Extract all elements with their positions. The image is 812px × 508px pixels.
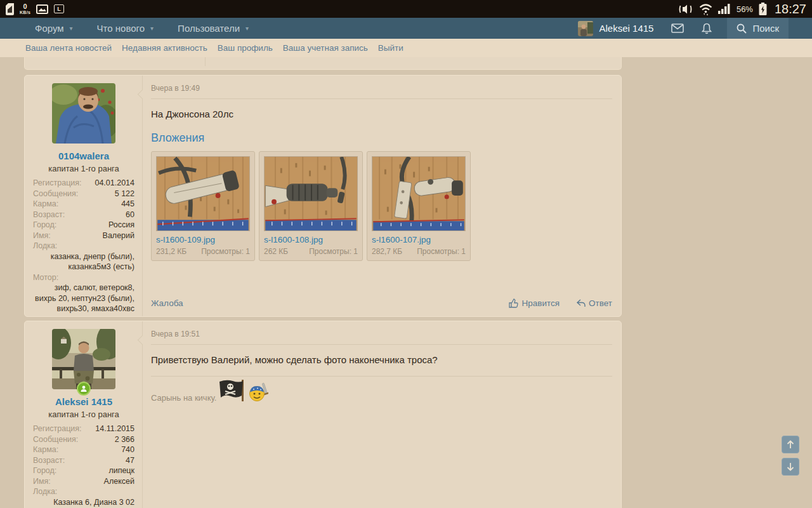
search-label: Поиск: [752, 23, 779, 34]
vibrate-mute-icon: [678, 4, 693, 15]
user-rank: капитан 1-го ранга: [33, 410, 134, 419]
reply-arrow-icon: [576, 299, 586, 307]
status-right-group: 56% 18:27: [678, 2, 806, 17]
alerts-bell-icon[interactable]: [702, 23, 712, 34]
attachment-thumbnail[interactable]: [264, 156, 358, 231]
pirate-flag-emoji: [218, 378, 247, 403]
user-field-row: Имя: Алексей: [33, 476, 134, 487]
user-field-value: казанка, днепр (были), казанка5м3 (есть): [33, 251, 134, 272]
inbox-icon[interactable]: [671, 23, 684, 33]
sdcard-icon: [6, 3, 14, 15]
post-card: 0104walera капитан 1-го ранга Регистраци…: [24, 75, 622, 317]
user-field-row: Карма: 740: [33, 444, 134, 455]
forum-screen: 0 KB/s L: [0, 0, 812, 508]
user-avatar[interactable]: [52, 83, 115, 144]
online-status-badge: [77, 382, 91, 396]
reply-button[interactable]: Ответ: [576, 298, 612, 308]
chevron-down-icon: ▾: [246, 25, 249, 32]
network-speed-value: 0: [23, 3, 27, 10]
user-field-row: Город: Россия: [33, 220, 134, 231]
nav-item-members[interactable]: Пользователи ▾: [178, 23, 249, 34]
post-timestamp[interactable]: Вчера в 19:49: [151, 76, 612, 99]
post-message: Приветствую Валерий, можно сделать фото …: [151, 354, 612, 365]
previous-post-clipped: [24, 57, 622, 70]
scroll-bottom-button[interactable]: [782, 458, 799, 476]
link-logout[interactable]: Выйти: [378, 43, 403, 53]
attachment-card[interactable]: s-l1600-107.jpg 282,7 КБ Просмотры: 1: [367, 151, 471, 261]
attachment-size: 282,7 КБ: [372, 247, 402, 256]
gallery-icon: [36, 4, 48, 14]
avatar-thumbnail: [578, 21, 593, 36]
attachment-card[interactable]: s-l1600-108.jpg 262 КБ Просмотры: 1: [259, 151, 363, 261]
post-content: Вчера в 19:49 На Джонсона 20лс Вложения: [142, 76, 621, 316]
link-recent-activity[interactable]: Недавняя активность: [122, 43, 207, 53]
attachments-heading: Вложения: [151, 131, 612, 145]
post-card: Aleksei 1415 капитан 1-го ранга Регистра…: [24, 321, 622, 508]
user-field-row: Возраст: 60: [33, 210, 134, 220]
link-your-profile[interactable]: Ваш профиль: [218, 43, 273, 53]
pirate-smiley-emoji: [248, 382, 268, 403]
search-icon: [737, 23, 747, 34]
status-left-group: 0 KB/s L: [6, 3, 64, 15]
network-type-icon: L: [54, 4, 64, 13]
attachment-views: Просмотры: 1: [309, 247, 358, 256]
attachment-filename[interactable]: s-l1600-107.jpg: [372, 235, 466, 244]
avatar-photo: [52, 83, 115, 144]
nav-item-whats-new[interactable]: Что нового ▾: [97, 23, 154, 34]
signature-text: Сарынь на кичку.: [151, 393, 216, 403]
user-field-row: Мотор:: [33, 272, 134, 283]
attachment-photo: [265, 157, 357, 231]
report-link[interactable]: Жалоба: [151, 298, 183, 308]
user-field-row: Город: липецк: [33, 465, 134, 476]
battery-percent: 56%: [737, 4, 753, 14]
link-your-account[interactable]: Ваша учетная запись: [283, 43, 368, 53]
nav-menu: Форум ▾ Что нового ▾ Пользователи ▾: [0, 23, 249, 34]
network-speed-unit: KB/s: [20, 10, 30, 15]
user-avatar[interactable]: [52, 329, 115, 389]
post-message: На Джонсона 20лс: [151, 109, 612, 119]
user-stats: Регистрация: 04.01.2014 Сообщения: 5 122…: [33, 178, 134, 314]
search-button[interactable]: Поиск: [727, 18, 789, 39]
account-links-bar: Ваша лента новостей Недавняя активность …: [0, 39, 812, 57]
like-button[interactable]: Нравится: [509, 298, 560, 308]
post-content: Вчера в 19:51 Приветствую Валерий, можно…: [142, 321, 621, 508]
post-timestamp[interactable]: Вчера в 19:51: [151, 321, 612, 345]
signature: Сарынь на кичку.: [151, 378, 612, 403]
user-field-row: Сообщения: 2 366: [33, 434, 134, 445]
link-news-feed[interactable]: Ваша лента новостей: [25, 43, 112, 53]
nav-right-group: Aleksei 1415 Поиск: [578, 18, 812, 39]
attachment-size: 262 КБ: [264, 247, 288, 256]
nav-item-forum[interactable]: Форум ▾: [35, 23, 73, 34]
network-speed-indicator: 0 KB/s: [20, 3, 30, 15]
user-field-row: Карма: 445: [33, 199, 134, 210]
post-author-sidebar: Aleksei 1415 капитан 1-го ранга Регистра…: [25, 321, 142, 508]
arrow-up-icon: [786, 440, 795, 449]
attachment-filename[interactable]: s-l1600-108.jpg: [264, 235, 358, 244]
username-link[interactable]: Aleksei 1415: [33, 396, 134, 407]
main-nav-bar: Форум ▾ Что нового ▾ Пользователи ▾: [0, 18, 812, 39]
account-menu[interactable]: Aleksei 1415: [578, 21, 654, 36]
wifi-icon: [699, 3, 712, 15]
post-author-sidebar: 0104walera капитан 1-го ранга Регистраци…: [25, 76, 142, 316]
user-field-row: Лодка:: [33, 241, 134, 251]
person-icon: [80, 385, 88, 392]
arrow-down-icon: [786, 462, 795, 471]
attachment-thumbnail[interactable]: [156, 156, 250, 231]
signature-divider: [151, 376, 612, 377]
attachment-thumbnail[interactable]: [372, 156, 466, 231]
attachment-card[interactable]: s-l1600-109.jpg 231,2 КБ Просмотры: 1: [151, 151, 255, 261]
avatar-photo: [52, 329, 115, 389]
user-rank: капитан 1-го ранга: [33, 164, 134, 173]
user-field-row: Лодка:: [33, 486, 134, 497]
nav-user-avatar[interactable]: [578, 21, 593, 36]
user-field-row: Возраст: 47: [33, 455, 134, 466]
attachment-photo: [372, 157, 465, 231]
attachment-size: 231,2 КБ: [156, 247, 187, 256]
android-status-bar: 0 KB/s L: [0, 0, 812, 18]
user-field-value: Казанка 6, Диана 3 02: [33, 497, 134, 508]
thumbs-up-icon: [509, 298, 518, 308]
username-link[interactable]: 0104walera: [33, 150, 134, 161]
scroll-top-button[interactable]: [782, 436, 799, 453]
attachment-filename[interactable]: s-l1600-109.jpg: [156, 235, 250, 244]
clock: 18:27: [775, 2, 806, 17]
